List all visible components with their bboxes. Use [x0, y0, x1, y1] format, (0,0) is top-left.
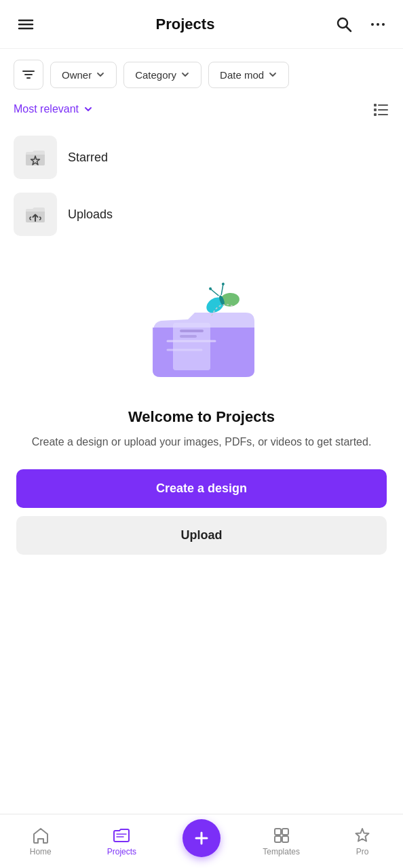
header-actions — [332, 13, 389, 36]
welcome-section: Welcome to Projects Create a design or u… — [0, 243, 403, 571]
svg-point-7 — [382, 23, 385, 26]
svg-point-5 — [371, 23, 374, 26]
welcome-title: Welcome to Projects — [128, 408, 275, 426]
nav-templates[interactable]: Templates — [261, 827, 302, 856]
nav-pro-label: Pro — [356, 847, 369, 856]
folder-uploads-label: Uploads — [68, 208, 113, 222]
upload-button[interactable]: Upload — [16, 516, 387, 555]
nav-pro[interactable]: Pro — [342, 827, 383, 856]
nav-projects[interactable]: Projects — [101, 827, 142, 856]
category-filter[interactable]: Category — [123, 62, 202, 88]
fab-button[interactable] — [183, 819, 220, 857]
header: Projects — [0, 0, 403, 49]
svg-rect-32 — [282, 836, 288, 842]
date-filter[interactable]: Date mod — [208, 62, 289, 88]
nav-projects-label: Projects — [107, 847, 136, 856]
page-title: Projects — [156, 16, 215, 33]
sort-row: Most relevant — [0, 100, 403, 129]
folder-starred-icon-wrap — [14, 136, 57, 179]
folder-uploads-icon-wrap — [14, 193, 57, 236]
svg-rect-18 — [180, 330, 204, 332]
search-button[interactable] — [332, 13, 356, 36]
bottom-nav: Home Projects Templates Pro — [0, 814, 403, 868]
svg-rect-19 — [180, 335, 197, 338]
folder-uploads[interactable]: Uploads — [14, 186, 389, 243]
category-label: Category — [135, 69, 176, 81]
more-button[interactable] — [366, 13, 389, 36]
nav-templates-label: Templates — [263, 847, 300, 856]
menu-button[interactable] — [14, 12, 38, 37]
nav-home-label: Home — [30, 847, 52, 856]
owner-filter[interactable]: Owner — [50, 62, 117, 88]
svg-rect-30 — [282, 829, 288, 835]
sort-button[interactable]: Most relevant — [14, 103, 94, 115]
filter-icon-button[interactable] — [14, 60, 43, 90]
welcome-description: Create a design or upload your images, P… — [32, 434, 372, 450]
svg-rect-11 — [374, 104, 377, 106]
filter-bar: Owner Category Date mod — [0, 49, 403, 100]
sort-label: Most relevant — [14, 103, 79, 115]
welcome-illustration — [134, 270, 269, 392]
folder-starred[interactable]: Starred — [14, 129, 389, 186]
svg-rect-15 — [374, 113, 377, 116]
svg-point-24 — [221, 282, 225, 285]
svg-line-4 — [346, 26, 351, 31]
date-label: Date mod — [220, 69, 264, 81]
svg-point-6 — [377, 23, 379, 26]
nav-home[interactable]: Home — [20, 827, 61, 856]
folder-list: Starred Uploads — [0, 129, 403, 243]
folder-starred-label: Starred — [68, 151, 108, 165]
owner-label: Owner — [62, 69, 92, 81]
svg-rect-13 — [374, 108, 377, 111]
list-view-button[interactable] — [372, 100, 389, 118]
svg-rect-31 — [275, 836, 281, 842]
create-design-button[interactable]: Create a design — [16, 469, 387, 508]
svg-rect-29 — [275, 829, 281, 835]
